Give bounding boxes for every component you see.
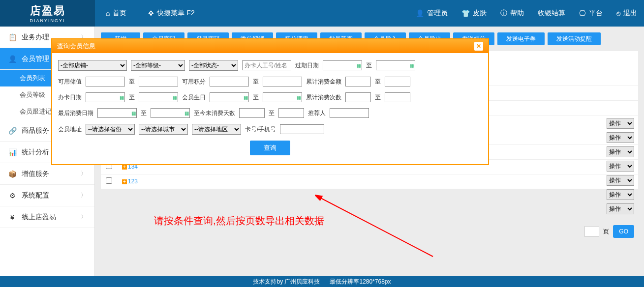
nav-help[interactable]: ⓘ 帮助: [493, 0, 531, 27]
svg-line-0: [320, 198, 433, 257]
chevron-right-icon: 〉: [81, 213, 87, 221]
cardphone-input[interactable]: [280, 124, 324, 134]
nav-quick-label: 快捷菜单 F2: [157, 9, 194, 18]
nav-settle-label: 收银结算: [538, 9, 565, 18]
row-op-select[interactable]: 操作: [607, 175, 634, 186]
pager: 页 GO: [584, 225, 634, 238]
status-select[interactable]: -全部状态-: [189, 60, 238, 71]
cardphone-label: 卡号/手机号: [245, 125, 276, 134]
nav-home-label: 首页: [113, 9, 126, 18]
province-select[interactable]: --请选择省份: [86, 124, 135, 135]
actremind-button[interactable]: 发送活动提醒: [548, 32, 601, 45]
go-button[interactable]: GO: [613, 225, 634, 238]
page-input[interactable]: [584, 226, 599, 237]
top-bar: 店盈易 DIANYINGYI ⌂ 首页 ✥ 快捷菜单 F2 👤 管理员 👕 皮肤…: [0, 0, 644, 27]
page-label: 页: [603, 228, 609, 236]
balance-label: 可用储值: [58, 78, 82, 86]
query-button[interactable]: 查询: [250, 141, 290, 155]
city-select[interactable]: --请选择城市: [139, 124, 188, 135]
sidebar-online-label: 线上店盈易: [22, 213, 56, 222]
to-label: 至: [269, 109, 275, 117]
expire-to-input[interactable]: [376, 60, 415, 70]
nav-skin[interactable]: 👕 皮肤: [455, 0, 493, 27]
nav-exit-label: 退出: [623, 9, 637, 18]
nav-exit[interactable]: ⎋ 退出: [610, 0, 644, 27]
sidebar-biz-label: 业务办理: [22, 33, 49, 42]
plus-icon: +: [122, 165, 127, 170]
district-select[interactable]: --请选择地区: [192, 124, 241, 135]
dayssince-from-input[interactable]: [239, 108, 265, 118]
plus-icon: +: [122, 179, 127, 184]
to-label: 至: [253, 78, 259, 86]
footer-support: 技术支持by 广州贝应科技: [253, 278, 320, 286]
chevron-right-icon: 〉: [81, 191, 87, 200]
row-op-select[interactable]: 操作: [607, 146, 634, 157]
nav-home[interactable]: ⌂ 首页: [95, 0, 137, 27]
nav-admin-label: 管理员: [427, 9, 448, 18]
cny-icon: ¥: [8, 213, 17, 222]
balance-from-input[interactable]: [86, 77, 125, 86]
balance-to-input[interactable]: [139, 77, 178, 86]
lastspend-label: 最后消费日期: [58, 109, 93, 117]
sidebar-item-valueadd[interactable]: 📦 增值服务 〉: [0, 163, 94, 185]
row-op-select[interactable]: 操作: [607, 189, 634, 200]
lastspend-to-input[interactable]: [151, 108, 190, 118]
nav-quickmenu[interactable]: ✥ 快捷菜单 F2: [137, 0, 205, 27]
nav-platform[interactable]: 🖵 平台: [572, 0, 610, 27]
points-to-input[interactable]: [263, 77, 302, 86]
instruction-text: 请按条件查询,然后按页数导出相关数据: [154, 214, 324, 228]
carddate-to-input[interactable]: [139, 92, 178, 102]
points-from-input[interactable]: [210, 77, 249, 86]
box-icon: 📦: [8, 170, 17, 178]
modal-title-text: 查询会员信息: [57, 42, 95, 51]
to-label: 至: [375, 93, 381, 102]
close-icon[interactable]: ✕: [474, 42, 483, 51]
address-label: 会员地址: [58, 125, 82, 134]
help-icon: ⓘ: [500, 9, 507, 18]
lastspend-from-input[interactable]: [97, 108, 137, 118]
row-op-select[interactable]: 操作: [607, 203, 634, 214]
chevron-right-icon: 〉: [81, 170, 87, 178]
ecoupon-button[interactable]: 发送电子券: [497, 32, 545, 45]
nav-help-label: 帮助: [510, 9, 524, 18]
carddate-from-input[interactable]: [86, 92, 125, 102]
referrer-label: 推荐人: [308, 109, 326, 117]
row-checkbox[interactable]: [106, 177, 112, 184]
row-op-select[interactable]: 操作: [607, 132, 634, 143]
spendcount-to-input[interactable]: [385, 92, 410, 102]
to-label: 至: [129, 78, 135, 86]
nav-admin[interactable]: 👤 管理员: [409, 0, 455, 27]
row-op-select[interactable]: 操作: [607, 161, 634, 172]
expire-from-input[interactable]: [323, 60, 362, 70]
expire-label: 过期日期: [295, 61, 319, 70]
dayssince-to-input[interactable]: [278, 108, 304, 118]
sidebar-item-sysconf[interactable]: ⚙ 系统配置 〉: [0, 185, 94, 206]
birthday-to-input[interactable]: [263, 92, 302, 102]
user-icon: 👤: [8, 55, 17, 63]
operation-column: 操作 操作 操作 操作 操作 操作 操作: [607, 118, 634, 214]
top-nav: ⌂ 首页 ✥ 快捷菜单 F2 👤 管理员 👕 皮肤 ⓘ 帮助 收银结算: [95, 0, 644, 27]
sidebar-item-online[interactable]: ¥ 线上店盈易 〉: [0, 206, 94, 228]
spendcount-from-input[interactable]: [345, 92, 371, 102]
totalspend-label: 累计消费金额: [306, 78, 341, 86]
totalspend-from-input[interactable]: [345, 77, 371, 86]
nav-settle[interactable]: 收银结算: [531, 0, 572, 27]
to-label: 至: [253, 93, 259, 102]
birthday-label: 会员生日: [182, 93, 206, 102]
to-label: 至: [366, 61, 372, 70]
row-op-select[interactable]: 操作: [607, 118, 634, 129]
clipboard-icon: 📋: [8, 33, 17, 42]
store-select[interactable]: -全部店铺-: [58, 60, 127, 71]
birthday-from-input[interactable]: [210, 92, 249, 102]
referrer-input[interactable]: [330, 108, 369, 118]
totalspend-to-input[interactable]: [385, 77, 410, 86]
level-select[interactable]: -全部等级-: [131, 60, 185, 71]
logo-sub: DIANYINGYI: [30, 18, 65, 23]
table-row[interactable]: +123: [101, 174, 638, 189]
staff-input[interactable]: [242, 60, 291, 70]
carddate-label: 办卡日期: [58, 93, 82, 102]
skin-icon: 👕: [461, 9, 470, 17]
sidebar-member-label: 会员管理: [22, 55, 49, 63]
sidebar-stats-label: 统计分析: [22, 148, 49, 157]
spendcount-label: 累计消费次数: [306, 93, 341, 102]
